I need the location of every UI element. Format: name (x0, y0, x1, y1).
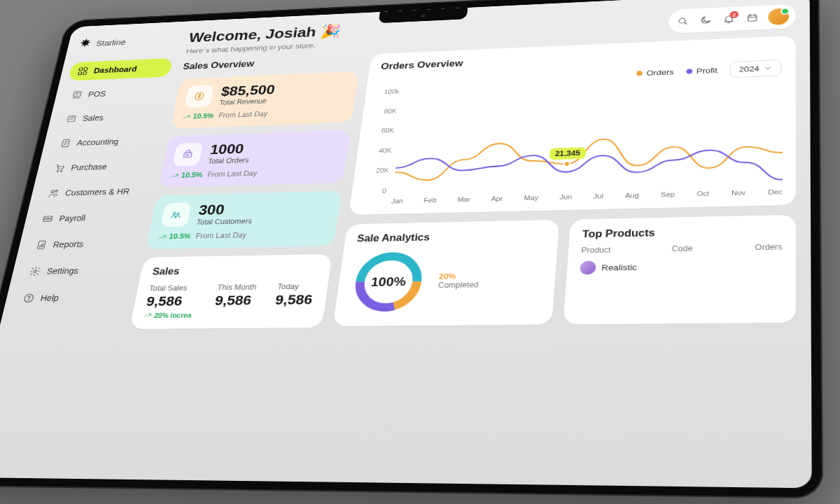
brand-starburst-icon (78, 38, 93, 50)
sales-card-title: Sales (152, 264, 319, 277)
svg-point-9 (51, 190, 55, 193)
donut-completed-label: 20%Completed (438, 272, 479, 290)
sidebar-item-settings[interactable]: Settings (19, 259, 131, 281)
kpi-revenue-value: $85,500 (220, 82, 276, 99)
payroll-icon (41, 214, 55, 224)
sidebar-item-customers[interactable]: Customers & HR (38, 181, 147, 203)
top-products-card: Top Products Product Code Orders Realist… (564, 215, 796, 325)
main: Welcome, Josiah 🎉 Here`s what happening … (94, 0, 811, 488)
sidebar-item-purchase[interactable]: Purchase (44, 155, 153, 178)
sidebar-item-pos[interactable]: POS (62, 82, 169, 105)
svg-rect-3 (83, 72, 86, 75)
svg-point-21 (173, 213, 176, 215)
kpi-customers-note: From Last Day (195, 231, 247, 240)
users-icon (47, 188, 60, 199)
svg-rect-2 (78, 72, 82, 75)
svg-rect-4 (74, 92, 82, 97)
svg-rect-20 (183, 153, 192, 158)
kpi-revenue-note: From Last Day (218, 110, 268, 119)
kpi-customers-delta: 10.5% (158, 232, 191, 241)
sidebar-item-label: Accounting (76, 137, 120, 147)
right-column: Orders Overview Orders Profit 2024 100k8… (311, 36, 796, 488)
cart-icon (53, 163, 66, 173)
kpi-customers-label: Total Customers (196, 217, 253, 226)
kpi-orders-label: Total Orders (207, 156, 250, 165)
chart-highlight-label: 21,345 (549, 147, 586, 160)
notif-badge: 2 (729, 11, 738, 19)
sidebar-item-label: Dashboard (93, 64, 138, 74)
kpi-orders-value: 1000 (209, 141, 252, 158)
sidebar-item-accounting[interactable]: Accounting (50, 130, 158, 153)
kpi-customers-value: 300 (197, 201, 255, 218)
sidebar-item-label: Payroll (58, 214, 86, 223)
kpi-customers: 300 Total Customers 10.5% From Last Day (146, 191, 342, 249)
brand: Starline (78, 34, 176, 49)
laptop-frame: Starline Dashboard POS Sales Accounting (0, 0, 823, 498)
svg-point-10 (55, 190, 57, 192)
sale-analytics-title: Sale Analytics (356, 230, 546, 244)
sales-today: Today 9,586 (272, 282, 315, 318)
orders-overview-card: Orders Overview Orders Profit 2024 100k8… (349, 36, 796, 215)
svg-rect-5 (67, 116, 76, 122)
grid-icon (76, 66, 89, 76)
svg-point-8 (60, 171, 62, 172)
svg-point-7 (57, 171, 58, 172)
top-products-row: Realistic (580, 258, 782, 274)
sidebar-item-payroll[interactable]: Payroll (32, 206, 143, 229)
svg-point-16 (28, 300, 29, 301)
calendar-icon[interactable] (745, 12, 760, 24)
bell-icon[interactable]: 2 (721, 13, 736, 25)
chart-area: 21,345 JanFebMarAprMayJunJulAugSepOctNov… (391, 72, 783, 205)
sidebar-item-label: Reports (52, 239, 84, 249)
donut-center: 100% (346, 248, 430, 316)
sales-month: This Month 9,586 (212, 283, 258, 318)
kpi-orders: 1000 Total Orders 10.5% From Last Day (158, 130, 350, 188)
chevron-down-icon (764, 64, 773, 72)
svg-rect-0 (79, 68, 83, 71)
reports-icon (35, 239, 48, 250)
donut-chart: 100% (346, 248, 430, 316)
svg-point-14 (34, 270, 37, 273)
sidebar-item-label: POS (88, 90, 107, 99)
kpi-revenue-label: Total Revenue (218, 97, 273, 107)
chart-x-axis: JanFebMarAprMayJunJulAugSepOctNovDec (391, 188, 783, 205)
kpi-orders-delta: 10.5% (170, 171, 204, 179)
svg-rect-18 (748, 15, 757, 21)
sidebar-item-label: Customers & HR (64, 187, 130, 197)
top-products-header: Product Code Orders (581, 243, 783, 255)
sales-overview-title: Sales Overview (182, 55, 361, 71)
search-icon[interactable] (675, 15, 690, 27)
sidebar-item-dashboard[interactable]: Dashboard (68, 58, 173, 81)
product-thumb-icon (580, 260, 596, 274)
app-screen: Starline Dashboard POS Sales Accounting (0, 0, 812, 488)
svg-point-22 (176, 213, 179, 215)
sidebar-item-help[interactable]: Help (13, 286, 125, 309)
pos-icon (71, 90, 83, 99)
kpi-revenue: $85,500 Total Revenue 10.5% From Last Da… (171, 71, 359, 129)
content: Sales Overview $85,500 Total Revenue 10.… (99, 36, 796, 488)
top-products-title: Top Products (582, 225, 782, 239)
bottom-row: Sale Analytics 100% (332, 215, 795, 326)
sidebar-item-sales[interactable]: Sales (56, 106, 163, 129)
sale-analytics-card: Sale Analytics 100% (332, 220, 559, 326)
sidebar-item-label: Purchase (70, 162, 108, 172)
customers-icon (160, 202, 192, 227)
accounting-icon (59, 138, 73, 148)
gear-icon (29, 266, 42, 276)
brand-name: Starline (95, 37, 127, 47)
sales-card: Sales Total Sales 9,586 20% increa This … (130, 254, 332, 329)
svg-point-12 (46, 218, 49, 220)
dollar-icon (184, 85, 214, 108)
chart: 100k80K60K40K20K0 21,345 JanFebMarAprMay… (362, 72, 783, 206)
sales-icon (65, 114, 78, 124)
sales-total: Total Sales 9,586 20% increa (143, 284, 197, 319)
header-actions: 2 (668, 4, 796, 34)
sidebar-item-reports[interactable]: Reports (26, 232, 137, 255)
moon-icon[interactable] (698, 14, 713, 27)
svg-rect-1 (84, 68, 88, 71)
welcome: Welcome, Josiah 🎉 Here`s what happening … (186, 23, 342, 55)
help-icon (22, 293, 36, 303)
sidebar-item-label: Help (40, 293, 60, 303)
svg-rect-6 (62, 139, 69, 147)
avatar[interactable] (768, 8, 789, 26)
